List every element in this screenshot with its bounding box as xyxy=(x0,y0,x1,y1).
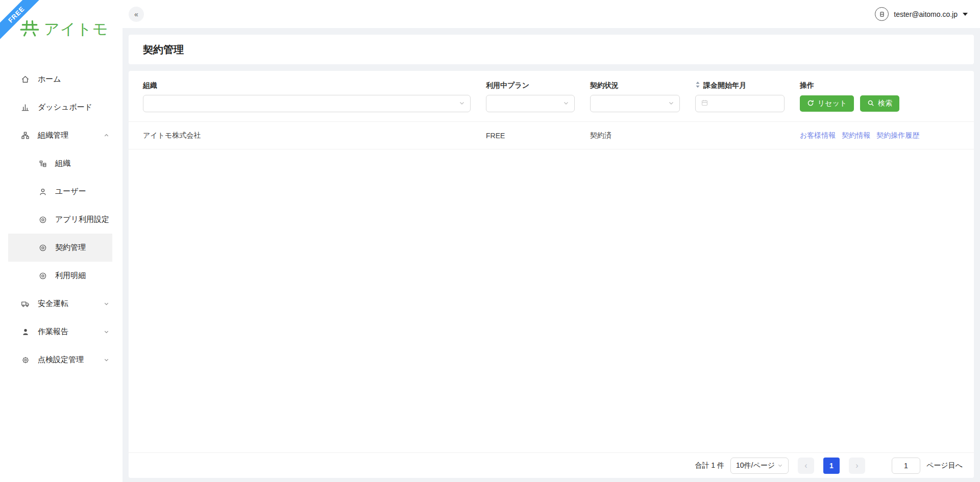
page-size-select[interactable]: 10件/ページ xyxy=(730,458,789,474)
reset-button-label: リセット xyxy=(818,99,847,108)
customer-info-link[interactable]: お客様情報 xyxy=(800,131,836,140)
prev-page-button[interactable]: ‹ xyxy=(798,458,814,474)
user-menu[interactable]: tester@aitomo.co.jp xyxy=(875,7,968,21)
plan-filter-label: 利用中プラン xyxy=(486,81,575,90)
truck-icon xyxy=(20,299,30,308)
sidebar: FREE アイトモ ホーム ダッシュボード xyxy=(0,0,122,482)
chevron-down-icon xyxy=(777,462,783,470)
caret-down-icon xyxy=(963,13,968,16)
filter-actions: 操作 リセット xyxy=(800,81,899,112)
chevron-down-icon xyxy=(104,301,109,307)
reset-button[interactable]: リセット xyxy=(800,95,854,112)
sidebar-item-label: 組織 xyxy=(55,159,70,168)
page-jump-input[interactable] xyxy=(892,458,920,474)
current-page-button[interactable]: 1 xyxy=(823,458,840,474)
sidebar-item-organization[interactable]: 組織 xyxy=(0,149,122,177)
row-org-name: アイトモ株式会社 xyxy=(143,131,471,140)
sidebar-item-work-report[interactable]: 作業報告 xyxy=(0,318,122,346)
sidebar-item-label: ダッシュボード xyxy=(38,103,92,112)
sidebar-item-label: アプリ利用設定 xyxy=(55,215,109,224)
avatar xyxy=(875,7,889,21)
billing-filter-label: 課金開始年月 xyxy=(695,81,785,90)
pagination-bar: 合計 1 件 10件/ページ ‹ 1 › ページ目へ xyxy=(129,452,974,478)
chevron-down-icon xyxy=(563,99,569,108)
bullseye-icon xyxy=(38,216,47,224)
user-email: tester@aitomo.co.jp xyxy=(894,10,958,18)
org-select[interactable] xyxy=(143,95,471,112)
row-status: 契約済 xyxy=(590,131,680,140)
person-icon xyxy=(20,328,30,336)
bullseye-icon xyxy=(38,272,47,280)
plan-select[interactable] xyxy=(486,95,575,112)
chevron-down-icon xyxy=(104,329,109,335)
sidebar-item-org-management[interactable]: 組織管理 xyxy=(0,121,122,149)
sidebar-item-label: 契約管理 xyxy=(55,243,86,252)
next-page-button[interactable]: › xyxy=(849,458,865,474)
sidebar-item-inspection-settings[interactable]: 点検設定管理 xyxy=(0,346,122,374)
status-select[interactable] xyxy=(590,95,680,112)
sidebar-item-label: 作業報告 xyxy=(38,327,68,337)
row-plan: FREE xyxy=(486,132,575,140)
sidebar-item-label: 点検設定管理 xyxy=(38,355,84,365)
sidebar-item-users[interactable]: ユーザー xyxy=(0,177,122,206)
brand-logo: アイトモ xyxy=(19,18,109,40)
search-icon xyxy=(867,99,874,108)
status-filter-label: 契約状況 xyxy=(590,81,680,90)
tree-icon xyxy=(38,160,47,168)
sidebar-nav: ホーム ダッシュボード 組織管理 xyxy=(0,65,122,374)
contract-panel: 組織 利用中プラン 契約状況 xyxy=(129,71,974,478)
page-jump-suffix: ページ目へ xyxy=(926,461,963,470)
actions-label: 操作 xyxy=(800,81,899,90)
filter-bar: 組織 利用中プラン 契約状況 xyxy=(129,71,974,122)
calendar-icon xyxy=(701,99,708,109)
sidebar-item-label: 安全運転 xyxy=(38,299,68,309)
refresh-icon xyxy=(807,99,814,108)
sidebar-item-safe-driving[interactable]: 安全運転 xyxy=(0,290,122,318)
contract-info-link[interactable]: 契約情報 xyxy=(842,131,870,140)
sidebar-item-label: 組織管理 xyxy=(38,131,68,140)
search-button-label: 検索 xyxy=(878,99,892,108)
table-row: アイトモ株式会社 FREE 契約済 お客様情報 契約情報 契約操作履歴 xyxy=(129,122,974,149)
page-header: 契約管理 xyxy=(129,35,974,64)
topbar: « tester@aitomo.co.jp xyxy=(122,0,980,28)
org-cluster-icon xyxy=(20,131,30,140)
sidebar-item-usage-details[interactable]: 利用明細 xyxy=(0,262,122,290)
org-filter-label: 組織 xyxy=(143,81,471,90)
sidebar-item-label: 利用明細 xyxy=(55,271,86,281)
sidebar-item-dashboard[interactable]: ダッシュボード xyxy=(0,93,122,121)
sidebar-item-app-settings[interactable]: アプリ利用設定 xyxy=(0,206,122,234)
chevron-up-icon xyxy=(104,133,109,138)
page-size-value: 10件/ページ xyxy=(736,461,775,470)
sidebar-collapse-button[interactable]: « xyxy=(129,7,144,22)
sidebar-item-home[interactable]: ホーム xyxy=(0,65,122,93)
page-title: 契約管理 xyxy=(143,43,184,57)
billing-filter-label-text: 課金開始年月 xyxy=(703,81,746,90)
user-icon xyxy=(38,188,47,196)
bar-chart-icon xyxy=(20,103,30,112)
sidebar-item-contract-management[interactable]: 契約管理 xyxy=(8,234,112,262)
sidebar-item-label: ユーザー xyxy=(55,187,86,196)
bullseye-icon xyxy=(38,244,47,252)
chevron-down-icon xyxy=(104,357,109,363)
search-button[interactable]: 検索 xyxy=(860,95,899,112)
total-count: 合計 1 件 xyxy=(695,461,724,470)
brand-mark-icon xyxy=(19,18,39,40)
chevron-down-icon xyxy=(668,99,674,108)
billing-date-input[interactable] xyxy=(695,95,785,112)
contract-history-link[interactable]: 契約操作履歴 xyxy=(876,131,919,140)
main-content: 契約管理 組織 利用中プラン 契約 xyxy=(122,28,980,482)
row-actions: お客様情報 契約情報 契約操作履歴 xyxy=(800,131,919,140)
sort-carets-icon[interactable] xyxy=(695,81,700,90)
brand-logo-text: アイトモ xyxy=(44,19,109,40)
gear-icon xyxy=(20,356,30,364)
sidebar-item-label: ホーム xyxy=(38,74,61,84)
home-icon xyxy=(20,75,30,84)
chevron-down-icon xyxy=(459,99,465,108)
